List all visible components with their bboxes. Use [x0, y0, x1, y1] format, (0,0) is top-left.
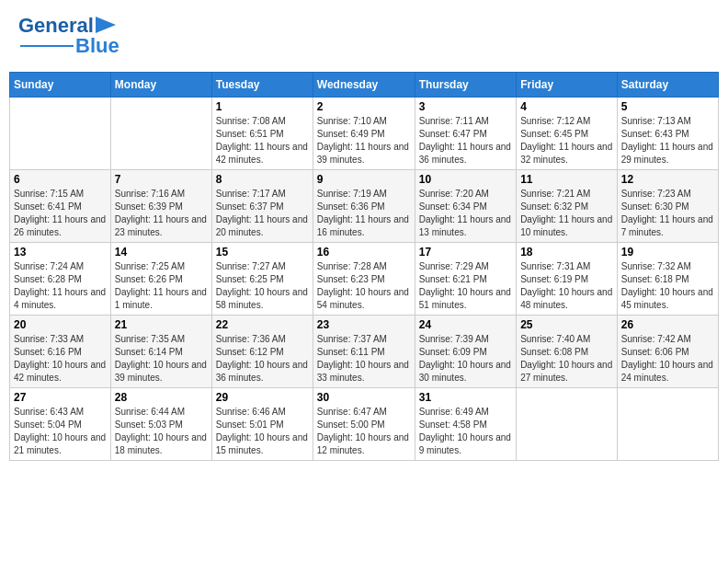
sunset-time: Sunset: 6:06 PM: [621, 346, 714, 359]
daylight-hours: Daylight: 11 hours and 7 minutes.: [621, 213, 714, 239]
daylight-hours: Daylight: 11 hours and 39 minutes.: [317, 141, 411, 167]
day-detail: Sunrise: 7:37 AMSunset: 6:11 PMDaylight:…: [317, 333, 411, 385]
sunrise-time: Sunrise: 7:25 AM: [115, 260, 208, 273]
calendar-cell: 25Sunrise: 7:40 AMSunset: 6:08 PMDayligh…: [517, 316, 618, 388]
day-number: 14: [115, 246, 208, 259]
day-detail: Sunrise: 7:15 AMSunset: 6:41 PMDaylight:…: [14, 188, 107, 239]
sunset-time: Sunset: 6:19 PM: [520, 273, 613, 286]
daylight-hours: Daylight: 10 hours and 45 minutes.: [621, 286, 714, 312]
sunset-time: Sunset: 6:41 PM: [14, 201, 107, 213]
day-detail: Sunrise: 7:27 AMSunset: 6:25 PMDaylight:…: [216, 260, 309, 312]
sunset-time: Sunset: 6:08 PM: [520, 346, 613, 359]
daylight-hours: Daylight: 10 hours and 9 minutes.: [419, 431, 512, 457]
sunset-time: Sunset: 5:04 PM: [14, 419, 107, 431]
day-detail: Sunrise: 6:43 AMSunset: 5:04 PMDaylight:…: [14, 406, 107, 457]
calendar-week-row: 27Sunrise: 6:43 AMSunset: 5:04 PMDayligh…: [10, 388, 719, 461]
calendar-week-row: 20Sunrise: 7:33 AMSunset: 6:16 PMDayligh…: [10, 316, 719, 388]
sunrise-time: Sunrise: 7:24 AM: [14, 260, 107, 273]
day-number: 26: [621, 318, 714, 331]
day-detail: Sunrise: 7:36 AMSunset: 6:12 PMDaylight:…: [216, 333, 309, 385]
day-number: 24: [419, 318, 512, 331]
day-number: 8: [216, 173, 309, 186]
day-detail: Sunrise: 7:21 AMSunset: 6:32 PMDaylight:…: [520, 188, 613, 239]
sunset-time: Sunset: 6:11 PM: [317, 346, 411, 359]
sunset-time: Sunset: 5:00 PM: [317, 419, 411, 431]
calendar-cell: 22Sunrise: 7:36 AMSunset: 6:12 PMDayligh…: [211, 316, 313, 388]
day-number: 17: [419, 246, 512, 259]
day-number: 4: [520, 100, 613, 113]
sunset-time: Sunset: 6:37 PM: [216, 201, 309, 213]
sunrise-time: Sunrise: 7:19 AM: [317, 188, 411, 201]
daylight-hours: Daylight: 10 hours and 54 minutes.: [317, 286, 411, 312]
sunset-time: Sunset: 6:47 PM: [419, 128, 512, 141]
day-detail: Sunrise: 7:17 AMSunset: 6:37 PMDaylight:…: [216, 188, 309, 239]
daylight-hours: Daylight: 10 hours and 51 minutes.: [419, 286, 512, 312]
calendar-cell: 9Sunrise: 7:19 AMSunset: 6:36 PMDaylight…: [313, 170, 415, 243]
day-number: 12: [621, 173, 714, 186]
day-number: 20: [14, 318, 107, 331]
day-number: 31: [419, 391, 512, 404]
day-number: 28: [115, 391, 208, 404]
day-detail: Sunrise: 6:49 AMSunset: 4:58 PMDaylight:…: [419, 406, 512, 457]
day-number: 5: [621, 100, 714, 113]
sunset-time: Sunset: 6:14 PM: [115, 346, 208, 359]
svg-marker-0: [96, 17, 116, 33]
day-detail: Sunrise: 7:40 AMSunset: 6:08 PMDaylight:…: [520, 333, 613, 385]
day-number: 3: [419, 100, 512, 113]
calendar-cell: 23Sunrise: 7:37 AMSunset: 6:11 PMDayligh…: [313, 316, 415, 388]
day-detail: Sunrise: 7:19 AMSunset: 6:36 PMDaylight:…: [317, 188, 411, 239]
day-detail: Sunrise: 7:25 AMSunset: 6:26 PMDaylight:…: [115, 260, 208, 312]
calendar-cell: 12Sunrise: 7:23 AMSunset: 6:30 PMDayligh…: [617, 170, 718, 243]
calendar-cell: 2Sunrise: 7:10 AMSunset: 6:49 PMDaylight…: [313, 98, 415, 170]
day-number: 19: [621, 246, 714, 259]
sunset-time: Sunset: 5:03 PM: [115, 419, 208, 431]
daylight-hours: Daylight: 11 hours and 29 minutes.: [621, 141, 714, 167]
day-number: 6: [14, 173, 107, 186]
day-number: 23: [317, 318, 411, 331]
daylight-hours: Daylight: 11 hours and 36 minutes.: [419, 141, 512, 167]
day-detail: Sunrise: 7:39 AMSunset: 6:09 PMDaylight:…: [419, 333, 512, 385]
daylight-hours: Daylight: 10 hours and 30 minutes.: [419, 359, 512, 385]
daylight-hours: Daylight: 11 hours and 1 minute.: [115, 286, 208, 312]
day-detail: Sunrise: 7:11 AMSunset: 6:47 PMDaylight:…: [419, 115, 512, 167]
sunrise-time: Sunrise: 6:46 AM: [216, 406, 309, 419]
calendar-cell: 19Sunrise: 7:32 AMSunset: 6:18 PMDayligh…: [617, 243, 718, 316]
sunrise-time: Sunrise: 7:31 AM: [520, 260, 613, 273]
sunrise-time: Sunrise: 6:43 AM: [14, 406, 107, 419]
calendar-cell: 1Sunrise: 7:08 AMSunset: 6:51 PMDaylight…: [211, 98, 313, 170]
day-number: 1: [216, 100, 309, 113]
daylight-hours: Daylight: 10 hours and 27 minutes.: [520, 359, 613, 385]
day-number: 21: [115, 318, 208, 331]
sunrise-time: Sunrise: 7:40 AM: [520, 333, 613, 346]
calendar-cell: 29Sunrise: 6:46 AMSunset: 5:01 PMDayligh…: [211, 388, 313, 461]
sunrise-time: Sunrise: 7:36 AM: [216, 333, 309, 346]
daylight-hours: Daylight: 10 hours and 33 minutes.: [317, 359, 411, 385]
calendar-cell: 28Sunrise: 6:44 AMSunset: 5:03 PMDayligh…: [110, 388, 211, 461]
day-header-monday: Monday: [110, 73, 211, 98]
sunrise-time: Sunrise: 7:16 AM: [115, 188, 208, 201]
day-number: 18: [520, 246, 613, 259]
sunset-time: Sunset: 5:01 PM: [216, 419, 309, 431]
day-number: 30: [317, 391, 411, 404]
calendar-cell: 17Sunrise: 7:29 AMSunset: 6:21 PMDayligh…: [415, 243, 516, 316]
sunset-time: Sunset: 6:21 PM: [419, 273, 512, 286]
daylight-hours: Daylight: 10 hours and 15 minutes.: [216, 431, 309, 457]
day-detail: Sunrise: 7:32 AMSunset: 6:18 PMDaylight:…: [621, 260, 714, 312]
calendar-cell: [617, 388, 718, 461]
day-detail: Sunrise: 7:42 AMSunset: 6:06 PMDaylight:…: [621, 333, 714, 385]
sunrise-time: Sunrise: 7:08 AM: [216, 115, 309, 128]
day-number: 25: [520, 318, 613, 331]
day-detail: Sunrise: 7:35 AMSunset: 6:14 PMDaylight:…: [115, 333, 208, 385]
day-detail: Sunrise: 7:13 AMSunset: 6:43 PMDaylight:…: [621, 115, 714, 167]
sunrise-time: Sunrise: 7:29 AM: [419, 260, 512, 273]
sunset-time: Sunset: 6:36 PM: [317, 201, 411, 213]
calendar-cell: 26Sunrise: 7:42 AMSunset: 6:06 PMDayligh…: [617, 316, 718, 388]
sunset-time: Sunset: 6:49 PM: [317, 128, 411, 141]
daylight-hours: Daylight: 11 hours and 23 minutes.: [115, 213, 208, 239]
sunset-time: Sunset: 6:25 PM: [216, 273, 309, 286]
day-number: 15: [216, 246, 309, 259]
calendar-cell: 21Sunrise: 7:35 AMSunset: 6:14 PMDayligh…: [110, 316, 211, 388]
sunrise-time: Sunrise: 7:28 AM: [317, 260, 411, 273]
day-header-saturday: Saturday: [617, 73, 718, 98]
sunrise-time: Sunrise: 7:37 AM: [317, 333, 411, 346]
